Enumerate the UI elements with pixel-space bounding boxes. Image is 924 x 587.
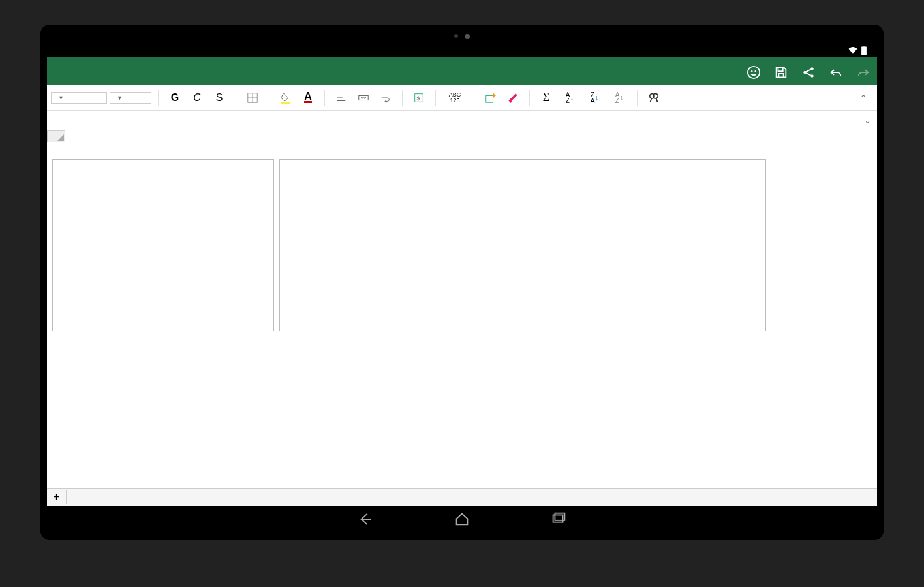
borders-button[interactable] <box>243 88 262 108</box>
number-format-button[interactable]: ABC123 <box>442 88 467 108</box>
autosum-button[interactable]: Σ <box>536 88 556 108</box>
select-all-corner[interactable] <box>47 130 65 142</box>
merge-button[interactable] <box>354 88 373 108</box>
spreadsheet-grid[interactable] <box>47 142 877 488</box>
home-icon[interactable] <box>453 510 471 531</box>
pie-chart[interactable] <box>52 159 274 331</box>
page-caption <box>0 0 924 25</box>
svg-point-6 <box>811 68 814 70</box>
back-icon[interactable] <box>356 510 375 531</box>
svg-line-23 <box>656 98 658 101</box>
smiley-icon[interactable] <box>747 65 761 82</box>
camera-icon <box>454 34 470 39</box>
svg-point-4 <box>755 70 756 72</box>
ribbon-tabs <box>47 63 877 85</box>
align-button[interactable] <box>331 88 351 108</box>
svg-point-7 <box>811 75 814 78</box>
android-status-bar <box>47 44 877 57</box>
recent-apps-icon[interactable] <box>549 510 568 531</box>
svg-rect-11 <box>281 102 290 104</box>
redo-icon[interactable] <box>856 65 870 82</box>
currency-format-button[interactable]: $ <box>409 88 429 108</box>
font-name-dropdown[interactable]: ▼ <box>51 92 107 104</box>
svg-rect-1 <box>863 46 865 47</box>
sort-custom-button[interactable]: AZ↕ <box>608 88 630 108</box>
tablet-frame: ▼ ▼ G C S A $ ABC123 Σ AZ↓ ZA↓ <box>40 25 884 540</box>
sort-desc-button[interactable]: ZA↓ <box>583 88 606 108</box>
underline-button[interactable]: S <box>209 88 229 108</box>
android-nav-bar <box>47 506 877 535</box>
svg-point-5 <box>804 71 807 74</box>
svg-text:$: $ <box>416 95 420 101</box>
insert-cells-button[interactable] <box>481 88 501 108</box>
home-toolbar: ▼ ▼ G C S A $ ABC123 Σ AZ↓ ZA↓ <box>47 85 877 111</box>
delete-cells-button[interactable] <box>503 88 523 108</box>
svg-line-22 <box>651 98 652 101</box>
font-color-button[interactable]: A <box>298 88 318 108</box>
find-button[interactable] <box>644 88 664 108</box>
document-title-bar <box>47 57 877 63</box>
wrap-text-button[interactable] <box>376 88 395 108</box>
battery-icon <box>861 46 867 57</box>
formula-expand-icon[interactable]: ⌄ <box>864 116 870 125</box>
formula-bar[interactable]: ⌄ <box>47 111 877 130</box>
bold-button[interactable]: G <box>165 88 185 108</box>
save-icon[interactable] <box>774 65 788 82</box>
svg-point-2 <box>748 67 760 78</box>
svg-point-3 <box>751 70 752 72</box>
bar-chart[interactable] <box>279 159 766 331</box>
svg-rect-19 <box>486 95 493 102</box>
svg-rect-0 <box>861 46 867 54</box>
collapse-ribbon-button[interactable]: ⌃ <box>854 88 873 108</box>
sheet-tabs-bar: + <box>47 488 877 506</box>
italic-button[interactable]: C <box>187 88 207 108</box>
font-size-dropdown[interactable]: ▼ <box>110 92 151 104</box>
share-icon[interactable] <box>801 65 816 82</box>
wifi-icon <box>848 46 857 56</box>
sort-asc-button[interactable]: AZ↓ <box>559 88 581 108</box>
fill-color-button[interactable] <box>276 88 296 108</box>
undo-icon[interactable] <box>829 65 843 82</box>
add-sheet-button[interactable]: + <box>47 490 67 504</box>
